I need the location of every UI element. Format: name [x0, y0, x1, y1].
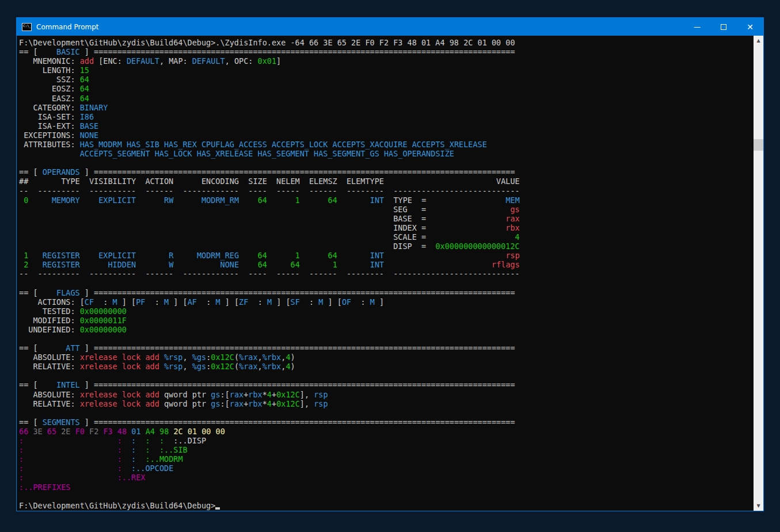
- terminal-line: : : :..OPCODE: [19, 464, 754, 473]
- scrollbar[interactable]: ▲ ▼: [754, 36, 763, 511]
- terminal-line: :..PREFIXES: [19, 483, 754, 492]
- terminal-line: 0 MEMORY EXPLICIT RW MODRM_RM 64 1 64 IN…: [19, 196, 754, 205]
- terminal-line: [19, 408, 754, 418]
- terminal-line: EOSZ: 64: [19, 84, 754, 93]
- terminal-line: == [ FLAGS ] ===========================…: [19, 288, 754, 297]
- terminal-line: BASE = rax: [19, 214, 754, 223]
- terminal-line: == [ OPERANDS ] ========================…: [19, 167, 754, 177]
- cmd-icon: C:\_: [22, 23, 32, 31]
- terminal-line: RELATIVE: xrelease lock add %rsp, %gs:0x…: [19, 362, 754, 371]
- terminal-line: DISP = 0x000000000000012C: [19, 242, 754, 251]
- terminal-line: == [ INTEL ] ===========================…: [19, 380, 754, 389]
- terminal-line: == [ BASIC ] ===========================…: [19, 47, 754, 56]
- terminal-line: UNDEFINED: 0x00000000: [19, 325, 754, 334]
- terminal-line: ABSOLUTE: xrelease lock add %rsp, %gs:0x…: [19, 353, 754, 362]
- terminal-line: CATEGORY: BINARY: [19, 103, 754, 112]
- command-prompt-window: C:\_ Command Prompt — ✕ F:\Development\G…: [16, 17, 764, 511]
- terminal-line: ATTRIBUTES: HAS_MODRM HAS_SIB HAS_REX CP…: [19, 140, 754, 149]
- terminal-line: SEG = gs: [19, 205, 754, 214]
- terminal-line: 2 REGISTER HIDDEN W NONE 64 64 1 INT rfl…: [19, 260, 754, 269]
- minimize-icon: —: [694, 23, 701, 31]
- terminal-line: MODIFIED: 0x0000011F: [19, 316, 754, 325]
- terminal-line: LENGTH: 15: [19, 66, 754, 75]
- terminal-line: [19, 334, 754, 343]
- terminal-line: EASZ: 64: [19, 94, 754, 103]
- close-icon: ✕: [747, 22, 754, 32]
- terminal-line: [19, 492, 754, 501]
- terminal-line: [19, 158, 754, 167]
- terminal-line: F:\Development\GitHub\zydis\Build64\Debu…: [19, 38, 754, 47]
- terminal-line: [19, 278, 754, 288]
- terminal-line: ISA-EXT: BASE: [19, 121, 754, 131]
- terminal-line: INDEX = rbx: [19, 223, 754, 232]
- maximize-icon: [721, 24, 726, 30]
- titlebar[interactable]: C:\_ Command Prompt — ✕: [17, 18, 763, 36]
- terminal-line: : :..REX: [19, 473, 754, 482]
- terminal-line: [19, 371, 754, 380]
- terminal-line: ACCEPTS_SEGMENT HAS_LOCK HAS_XRELEASE HA…: [19, 149, 754, 158]
- window-title: Command Prompt: [36, 23, 99, 31]
- terminal-line: 66 3E 65 2E F0 F2 F3 48 01 A4 98 2C 01 0…: [19, 427, 754, 436]
- window-body: F:\Development\GitHub\zydis\Build64\Debu…: [17, 36, 763, 511]
- terminal-line: -- --------- ---------- ------ ---------…: [19, 269, 754, 278]
- terminal-line: == [ ATT ] =============================…: [19, 343, 754, 353]
- terminal-line: SSZ: 64: [19, 75, 754, 84]
- terminal-line: 1 REGISTER EXPLICIT R MODRM_REG 64 1 64 …: [19, 251, 754, 260]
- terminal-line: : : : : : :..DISP: [19, 436, 754, 445]
- terminal-line: : : : : :..SIB: [19, 445, 754, 454]
- terminal-line: : : : :..MODRM: [19, 454, 754, 464]
- titlebar-left: C:\_ Command Prompt: [17, 23, 684, 31]
- text-cursor: [215, 507, 220, 510]
- terminal-line: == [ SEGMENTS ] ========================…: [19, 418, 754, 427]
- scroll-up-icon[interactable]: ▲: [754, 36, 763, 45]
- terminal-line: MNEMONIC: add [ENC: DEFAULT, MAP: DEFAUL…: [19, 56, 754, 66]
- scroll-down-icon[interactable]: ▼: [754, 501, 763, 511]
- terminal-line: TESTED: 0x00000000: [19, 307, 754, 316]
- maximize-button[interactable]: [710, 18, 737, 36]
- terminal-line: ISA-SET: I86: [19, 112, 754, 121]
- terminal-line: ABSOLUTE: xrelease lock add qword ptr gs…: [19, 390, 754, 399]
- scrollbar-thumb[interactable]: [754, 139, 763, 151]
- terminal-line: -- --------- ---------- ------ ---------…: [19, 186, 754, 196]
- terminal-line: EXCEPTIONS: NONE: [19, 131, 754, 140]
- minimize-button[interactable]: —: [684, 18, 710, 36]
- terminal-line: RELATIVE: xrelease lock add qword ptr gs…: [19, 399, 754, 408]
- caption-buttons: — ✕: [684, 18, 763, 36]
- terminal-line: F:\Development\GitHub\zydis\Build64\Debu…: [19, 501, 754, 510]
- terminal-line: ## TYPE VISIBILITY ACTION ENCODING SIZE …: [19, 177, 754, 186]
- terminal-line: ACTIONS: [CF : M ] [PF : M ] [AF : M ] […: [19, 297, 754, 307]
- terminal-line: SCALE = 4: [19, 232, 754, 242]
- terminal-output[interactable]: F:\Development\GitHub\zydis\Build64\Debu…: [17, 36, 754, 511]
- close-button[interactable]: ✕: [737, 18, 763, 36]
